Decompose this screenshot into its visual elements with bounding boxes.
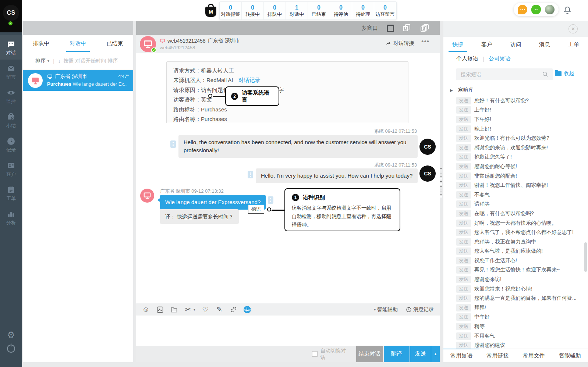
quick-phrase-text[interactable]: 再见！祝您生活愉快！欢迎下次再来~: [474, 267, 560, 273]
file-folder-icon[interactable]: [170, 306, 178, 313]
search-icon[interactable]: [542, 71, 549, 78]
send-phrase-button[interactable]: 发送: [456, 144, 471, 152]
quick-phrase-text[interactable]: 好啊，祝您一天都有快乐的心情噢。: [474, 220, 557, 227]
quick-phrase-text[interactable]: 下午好!: [474, 116, 491, 123]
emoji-icon[interactable]: ☺: [142, 306, 150, 313]
tab-customer[interactable]: 客户: [472, 37, 502, 52]
quick-phrase-text[interactable]: 欢迎您常来！祝您好心情!: [474, 286, 532, 292]
message-options-icon[interactable]: [170, 140, 176, 148]
tab-chatting[interactable]: 对话中: [60, 35, 96, 52]
quick-phrase-text[interactable]: 请稍等: [474, 201, 490, 207]
scissors-caret-icon[interactable]: ▾: [194, 308, 195, 311]
send-phrase-button[interactable]: 发送: [456, 238, 471, 246]
form-edit-icon[interactable]: ✎: [216, 306, 223, 313]
quick-phrase-text[interactable]: 稍等: [474, 323, 485, 330]
quick-phrase-text[interactable]: 感谢您的耐心等候!: [474, 163, 517, 170]
message-history-button[interactable]: 消息记录: [406, 306, 434, 313]
quick-phrase-text[interactable]: 您稍等，我正在努力查询中: [474, 239, 536, 245]
send-phrase-button[interactable]: 发送: [456, 323, 471, 330]
stat-item[interactable]: 0 待处理: [352, 2, 374, 19]
two-windows-icon[interactable]: [403, 24, 412, 32]
quick-phrase-text[interactable]: 上午好!: [474, 107, 491, 113]
quick-phrase-text[interactable]: 谢谢！祝您工作愉快、阖家幸福!: [474, 182, 548, 189]
favorites-heart-icon[interactable]: ♡: [202, 306, 209, 313]
quick-phrase-text[interactable]: 感谢您的来访，欢迎您随时再来!: [474, 145, 548, 151]
send-phrase-button[interactable]: 发送: [456, 191, 471, 199]
checkbox-icon[interactable]: [312, 351, 318, 357]
wechat-channel-icon[interactable]: [531, 5, 541, 14]
translate-button[interactable]: 翻译: [384, 346, 410, 362]
phrase-group-header[interactable]: ▶ 寒暄库: [443, 84, 588, 96]
translate-globe-icon[interactable]: [244, 306, 251, 313]
sidebar-item-history[interactable]: 记录: [0, 132, 22, 157]
sidebar-item-summary[interactable]: 小结: [0, 108, 22, 132]
transfer-button[interactable]: 对话转接: [386, 40, 414, 47]
send-phrase-button[interactable]: 发送: [456, 247, 471, 255]
send-options-caret-icon[interactable]: ▲: [431, 346, 440, 362]
send-phrase-button[interactable]: 发送: [456, 313, 471, 321]
quick-phrase-text[interactable]: 不客气: [474, 192, 490, 198]
send-phrase-button[interactable]: 发送: [456, 332, 471, 340]
link-icon[interactable]: [230, 306, 237, 313]
settings-gear-icon[interactable]: ⚙: [5, 329, 17, 341]
send-phrase-button[interactable]: 发送: [456, 106, 471, 114]
tab-smart-assist[interactable]: 智能辅助: [552, 349, 588, 362]
send-phrase-button[interactable]: 发送: [456, 135, 471, 142]
language-tag[interactable]: 德语: [248, 205, 264, 214]
send-phrase-button[interactable]: 发送: [456, 153, 471, 161]
agent-message-bubble[interactable]: Hello, the conversation has been connect…: [178, 135, 418, 158]
scissors-icon[interactable]: ✂: [184, 306, 192, 313]
quick-phrase-text[interactable]: 感谢您来访!: [474, 276, 502, 283]
sidebar-item-monitor[interactable]: 监控: [0, 84, 22, 108]
subtab-company-phrases[interactable]: 公司短语: [489, 55, 511, 62]
tab-common-phrases[interactable]: 常用短语: [443, 349, 479, 362]
quick-phrase-text[interactable]: 抱歉让您久等了!: [474, 154, 512, 160]
send-phrase-button[interactable]: 发送: [456, 125, 471, 133]
sidebar-item-tickets[interactable]: 工单: [0, 181, 22, 205]
collapse-button[interactable]: 收起: [555, 70, 574, 77]
scrollbar-thumb[interactable]: [584, 242, 587, 272]
sidebar-item-messages[interactable]: 留言: [0, 60, 22, 84]
send-phrase-button[interactable]: 发送: [456, 285, 471, 293]
stat-item[interactable]: 0 已结束: [308, 2, 330, 19]
quick-phrase-text[interactable]: 非常感谢您的配合!: [474, 173, 517, 179]
chat-channel-icon[interactable]: [518, 5, 527, 14]
send-phrase-button[interactable]: 发送: [456, 210, 471, 217]
tab-queueing[interactable]: 排队中: [23, 35, 60, 52]
message-options-icon[interactable]: [248, 171, 253, 178]
user-photo-avatar[interactable]: [545, 5, 555, 14]
tab-message[interactable]: 消息: [530, 37, 559, 52]
send-phrase-button[interactable]: 发送: [456, 276, 471, 283]
send-phrase-button[interactable]: 发送: [456, 116, 471, 123]
conversation-log-link[interactable]: 对话记录: [238, 77, 261, 83]
quick-phrase-text[interactable]: 欢迎光临！有什么可以为您效劳?: [474, 135, 549, 142]
send-phrase-button[interactable]: 发送: [456, 295, 471, 302]
quick-phrase-text[interactable]: 您太客气啦，是我们应该做的!: [474, 248, 543, 254]
send-phrase-button[interactable]: 发送: [456, 266, 471, 274]
send-phrase-button[interactable]: 发送: [456, 172, 471, 180]
logout-power-icon[interactable]: [5, 343, 17, 354]
auto-switch-checkbox[interactable]: 自动切换对话: [312, 348, 350, 361]
sort-button[interactable]: 排序: [35, 58, 46, 64]
quick-phrase-text[interactable]: 您的满意一直是我们的目标，如果有任何疑...: [474, 295, 577, 302]
stat-item[interactable]: 1 对话中: [286, 2, 308, 19]
send-phrase-button[interactable]: 发送: [456, 163, 471, 170]
stat-item[interactable]: 0 对话报警: [220, 2, 242, 19]
phrase-search-input[interactable]: [456, 68, 553, 80]
end-conversation-button[interactable]: 结束对话: [356, 346, 383, 362]
quick-phrase-text[interactable]: 拜拜!: [474, 304, 486, 311]
quick-phrase-text[interactable]: 晚上好!: [474, 126, 491, 132]
agent-avatar[interactable]: CS: [3, 5, 19, 21]
quick-phrase-text[interactable]: 感谢您的建议: [474, 342, 505, 349]
send-phrase-button[interactable]: 发送: [456, 182, 471, 189]
tab-common-links[interactable]: 常用链接: [479, 349, 516, 362]
send-button[interactable]: 发送: [410, 346, 431, 362]
tab-ticket[interactable]: 工单: [559, 37, 588, 52]
tab-quick[interactable]: 快捷: [443, 37, 472, 52]
tab-common-files[interactable]: 常用文件: [516, 349, 552, 362]
subtab-personal-phrases[interactable]: 个人短语: [456, 55, 478, 62]
quick-phrase-text[interactable]: 在呢，有什么可以帮您吗?: [474, 210, 534, 217]
send-phrase-button[interactable]: 发送: [456, 342, 471, 349]
stat-item[interactable]: 0 待评估: [330, 2, 352, 19]
sidebar-item-customers[interactable]: 客户: [0, 157, 22, 181]
